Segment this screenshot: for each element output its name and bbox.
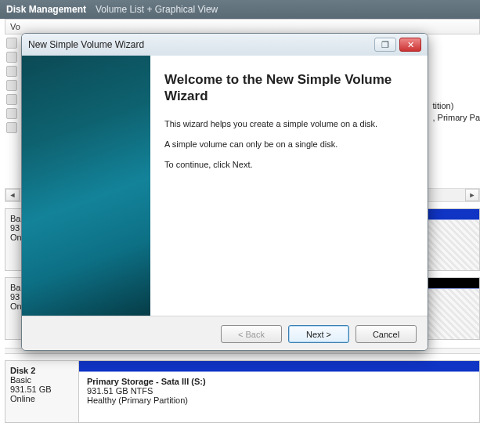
disk-volume[interactable]: Primary Storage - Sata III (S:) 931.51 G… [79, 361, 479, 422]
volume-name: Primary Storage - Sata III (S:) [87, 377, 471, 386]
volume-health: Healthy (Primary Partition) [87, 396, 471, 405]
volume-stripe [79, 361, 479, 372]
volume-info: 931.51 GB NTFS [87, 386, 471, 396]
drive-icon [6, 38, 17, 49]
col-volume: Vo [10, 22, 20, 31]
volume-body: Primary Storage - Sata III (S:) 931.51 G… [79, 372, 479, 422]
drive-icon [6, 80, 17, 91]
drive-icon [6, 52, 17, 63]
scroll-right-button[interactable]: ► [465, 189, 479, 201]
next-button[interactable]: Next > [288, 325, 349, 343]
drive-icon [6, 94, 17, 105]
wizard-paragraph: This wizard helps you create a simple vo… [164, 119, 410, 128]
drive-icon [6, 108, 17, 119]
wizard-paragraph: To continue, click Next. [164, 160, 410, 169]
wizard-content: Welcome to the New Simple Volume Wizard … [150, 56, 428, 316]
disk-size: 931.51 GB [10, 385, 74, 394]
restore-icon: ❐ [381, 40, 389, 50]
wizard-title-bar[interactable]: New Simple Volume Wizard ❐ ✕ [22, 34, 428, 56]
partial-status-text: tition) , Primary Pa [432, 100, 480, 124]
back-button: < Back [221, 325, 282, 343]
close-icon: ✕ [407, 40, 414, 50]
disk-label: Disk 2 Basic 931.51 GB Online [5, 361, 79, 422]
restore-button[interactable]: ❐ [374, 38, 396, 52]
close-button[interactable]: ✕ [399, 38, 421, 52]
app-title-bar: Disk Management Volume List + Graphical … [0, 0, 480, 19]
wizard-paragraph: A simple volume can only be on a single … [164, 139, 410, 149]
new-simple-volume-wizard: New Simple Volume Wizard ❐ ✕ Welcome to … [21, 33, 428, 351]
scroll-left-button[interactable]: ◄ [5, 189, 20, 201]
drive-icon [6, 66, 17, 77]
main-area: Vo tition) , Primary Pa ◄ ► Ba 93 On B [0, 19, 480, 448]
wizard-heading: Welcome to the New Simple Volume Wizard [164, 71, 410, 105]
wizard-footer: < Back Next > Cancel [22, 316, 428, 351]
app-title: Disk Management [6, 4, 86, 15]
drive-icon [6, 122, 17, 133]
volume-list-icons [5, 34, 20, 133]
app-subtitle: Volume List + Graphical View [96, 4, 218, 15]
disk-type: Basic [10, 375, 74, 385]
wizard-body: Welcome to the New Simple Volume Wizard … [22, 56, 428, 316]
disk-status: Online [10, 394, 74, 403]
disk-name: Disk 2 [10, 366, 74, 375]
volume-list-header[interactable]: Vo [5, 19, 480, 34]
cancel-button[interactable]: Cancel [355, 325, 417, 343]
disk-row[interactable]: Disk 2 Basic 931.51 GB Online Primary St… [5, 360, 480, 423]
wizard-title-text: New Simple Volume Wizard [28, 39, 144, 50]
wizard-side-banner [22, 56, 150, 316]
